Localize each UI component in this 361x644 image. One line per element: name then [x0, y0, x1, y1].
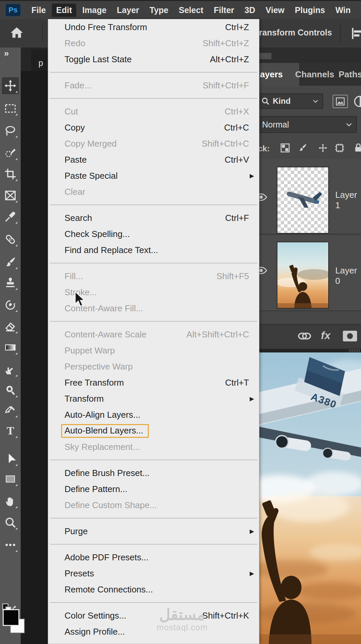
eraser-tool[interactable]	[2, 318, 19, 335]
menubar-item-filter[interactable]: Filter	[209, 4, 238, 17]
menubar-item-type[interactable]: Type	[145, 4, 173, 17]
lock-transparent-pixels-icon[interactable]	[280, 143, 291, 154]
menu-item-assign-profile[interactable]: Assign Profile...	[48, 624, 259, 640]
lasso-tool[interactable]	[2, 122, 19, 139]
menu-item-copy[interactable]: CopyCtrl+C	[48, 119, 259, 136]
lock-image-pixels-icon[interactable]	[297, 143, 309, 154]
align-left-button[interactable]	[350, 26, 361, 41]
path-select-icon	[4, 453, 17, 465]
menu-item-paste-special[interactable]: Paste Special▶	[48, 168, 259, 184]
marquee-icon	[4, 102, 17, 115]
menu-item-purge[interactable]: Purge▶	[48, 523, 259, 539]
layer-thumbnail[interactable]	[277, 242, 329, 309]
spot-healing-brush-tool[interactable]	[2, 231, 19, 248]
menubar-item-edit[interactable]: Edit	[52, 4, 76, 17]
menu-item-paste[interactable]: PasteCtrl+V	[48, 152, 259, 168]
history-brush-tool[interactable]	[2, 297, 19, 313]
document-tab[interactable]: p	[31, 50, 48, 71]
path-selection-tool[interactable]	[2, 451, 19, 467]
menu-separator	[48, 316, 259, 326]
menubar-item-select[interactable]: Select	[174, 4, 208, 17]
tab-channels[interactable]: Channels	[295, 63, 334, 86]
tab-paths[interactable]: Paths	[339, 63, 361, 86]
menu-item-check-spelling[interactable]: Check Spelling...	[48, 226, 259, 242]
foreground-color-swatch[interactable]	[3, 609, 19, 626]
menu-item-define-custom-shape[interactable]: Define Custom Shape...	[48, 497, 259, 513]
lock-artboard-icon[interactable]	[334, 143, 346, 154]
brush-tool[interactable]	[2, 254, 19, 270]
filter-by-pixel-layers-button[interactable]	[333, 95, 348, 108]
menubar-item-layer[interactable]: Layer	[113, 4, 144, 17]
menu-item-remote-connections[interactable]: Remote Connections...	[48, 581, 259, 597]
menu-separator	[48, 258, 259, 268]
edit-toolbar[interactable]	[2, 537, 19, 553]
menu-item-auto-blend-layers[interactable]: Auto-Blend Layers...	[48, 423, 259, 439]
rectangular-marquee-tool[interactable]	[2, 100, 19, 117]
edit-menu: Undo Free TransformCtrl+ZRedoShift+Ctrl+…	[48, 19, 259, 644]
menu-item-clear[interactable]: Clear	[48, 184, 259, 200]
frame-tool[interactable]	[2, 187, 19, 204]
gradient-tool[interactable]	[2, 339, 19, 356]
link-layers-button[interactable]	[297, 329, 312, 344]
menu-item-presets[interactable]: Presets▶	[48, 565, 259, 581]
show-transform-controls-label[interactable]: ransform Controls	[259, 28, 332, 37]
menu-item-perspective-warp[interactable]: Perspective Warp	[48, 358, 259, 375]
menu-item-adobe-pdf-presets[interactable]: Adobe PDF Presets...	[48, 549, 259, 565]
collapse-toolbar-icon[interactable]: »	[4, 48, 8, 59]
menu-item-sky-replacement[interactable]: Sky Replacement...	[48, 439, 259, 455]
lock-position-icon[interactable]	[318, 143, 329, 154]
menubar-item-win[interactable]: Win	[331, 4, 355, 17]
menu-separator	[48, 513, 259, 523]
lock-all-icon[interactable]	[353, 143, 361, 154]
menu-item-label: Free Transform	[65, 378, 124, 388]
dodge-tool[interactable]	[2, 382, 19, 399]
menu-item-auto-align-layers[interactable]: Auto-Align Layers...	[48, 407, 259, 423]
smudge-tool[interactable]	[2, 361, 19, 378]
blend-mode-select[interactable]: Normal	[257, 116, 357, 133]
add-layer-mask-button[interactable]	[342, 329, 358, 344]
layer-style-button[interactable]: fx	[321, 329, 330, 342]
zoom-tool[interactable]	[2, 514, 19, 531]
clone-stamp-tool[interactable]	[2, 274, 19, 291]
object-selection-tool[interactable]	[2, 145, 19, 161]
menu-item-transform[interactable]: Transform▶	[48, 391, 259, 407]
menu-item-search[interactable]: SearchCtrl+F	[48, 210, 259, 226]
menubar-item-view[interactable]: View	[261, 4, 289, 17]
eyedropper-tool[interactable]	[2, 208, 19, 225]
menubar-item-image[interactable]: Image	[78, 4, 111, 17]
crop-tool[interactable]	[2, 166, 19, 182]
hand-tool[interactable]	[2, 493, 19, 509]
menu-item-fade[interactable]: Fade...Shift+Ctrl+F	[48, 77, 259, 93]
menubar-item-file[interactable]: File	[27, 4, 50, 17]
document-canvas[interactable]: A380	[259, 352, 361, 644]
menubar-item-3d[interactable]: 3D	[240, 4, 260, 17]
menu-item-copy-merged[interactable]: Copy MergedShift+Ctrl+C	[48, 136, 259, 152]
menu-item-cut[interactable]: CutCtrl+X	[48, 103, 259, 119]
home-button[interactable]	[7, 23, 26, 43]
layer-filter-field[interactable]: Kind	[257, 93, 323, 109]
menubar-item-plugins[interactable]: Plugins	[290, 4, 329, 17]
menu-item-find-and-replace-text[interactable]: Find and Replace Text...	[48, 242, 259, 258]
type-tool[interactable]: T	[2, 422, 19, 439]
separator-line	[50, 518, 257, 518]
menu-item-free-transform[interactable]: Free TransformCtrl+T	[48, 375, 259, 391]
menu-item-toggle-last-state[interactable]: Toggle Last StateAlt+Ctrl+Z	[48, 51, 259, 67]
menu-item-define-pattern[interactable]: Define Pattern...	[48, 481, 259, 497]
menu-separator	[48, 67, 259, 77]
filter-by-adjustment-layers-button[interactable]	[353, 95, 361, 108]
rectangle-tool[interactable]	[2, 471, 19, 487]
type-icon: T	[4, 424, 17, 437]
menu-item-content-aware-scale[interactable]: Content-Aware ScaleAlt+Shift+Ctrl+C	[48, 326, 259, 342]
ellipsis-icon	[4, 539, 17, 551]
layer-thumbnail[interactable]	[277, 167, 329, 234]
menu-item-color-settings[interactable]: Color Settings...Shift+Ctrl+K	[48, 608, 259, 624]
toolbar-grip[interactable]	[3, 62, 17, 65]
menu-item-puppet-warp[interactable]: Puppet Warp	[48, 342, 259, 358]
menu-item-define-brush-preset[interactable]: Define Brush Preset...	[48, 465, 259, 481]
move-tool[interactable]	[2, 77, 19, 94]
menu-item-fill[interactable]: Fill...Shift+F5	[48, 268, 259, 284]
menu-item-convert-to-profile[interactable]: Convert to Profile...	[48, 640, 259, 644]
pen-tool[interactable]	[2, 402, 19, 419]
menu-item-redo[interactable]: RedoShift+Ctrl+Z	[48, 35, 259, 51]
menu-item-undo-free-transform[interactable]: Undo Free TransformCtrl+Z	[48, 19, 259, 35]
